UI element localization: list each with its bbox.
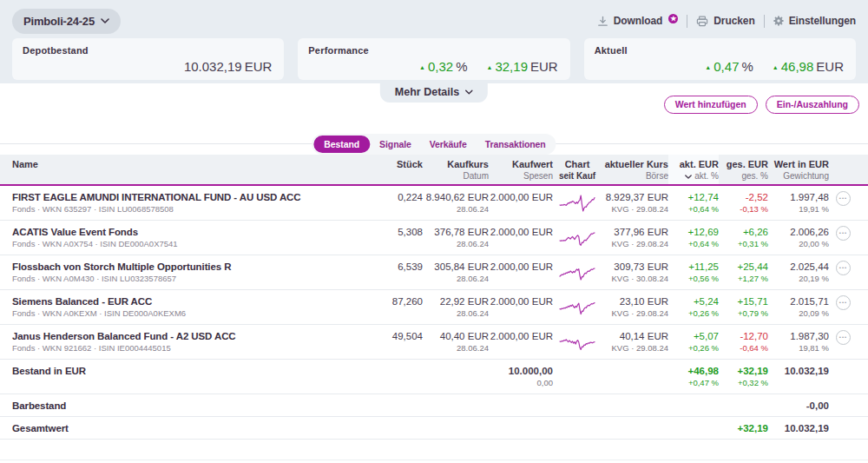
summary-label: Bestand in EUR (12, 366, 382, 376)
value-sub: 20,19 % (768, 274, 829, 283)
column-header-ges[interactable]: ges. EURges. % (719, 155, 768, 184)
portfolio-name: Pimboli-24-25 (23, 15, 95, 28)
instrument-name[interactable]: Siemens Balanced - EUR ACC (12, 296, 382, 307)
kurs-cell: 377,96 EURKVG · 29.08.24 (602, 227, 668, 248)
akt-eur-cell: +12,69+0,64 % (668, 227, 719, 248)
column-header-akt[interactable]: akt. EURakt. % (668, 155, 719, 184)
value-sub: -0,13 % (719, 204, 768, 214)
row-menu-button[interactable]: ••• (836, 330, 851, 345)
instrument-name[interactable]: ACATIS Value Event Fonds (12, 227, 382, 237)
instrument-sub: Fonds · WKN A0KEXM · ISIN DE000A0KEXM6 (12, 308, 382, 318)
kurs-cell: 309,73 EURKVG · 30.08.24 (602, 261, 668, 283)
wert-cell: 10.032,19 (768, 366, 829, 376)
akt-eur-cell: +11,25+0,56 % (668, 261, 719, 283)
value-number: 0,32 (428, 59, 453, 74)
mehr-details-label: Mehr Details (395, 86, 459, 98)
value-main: 2.000,00 EUR (489, 227, 553, 237)
column-title: Stück (382, 159, 423, 169)
summary-card-aktuell: Aktuell▲0,47 %▲46,98 EUR (584, 38, 856, 80)
akt-eur-cell: +5,07+0,26 % (668, 331, 719, 353)
ges-eur-cell: +15,71+0,79 % (719, 296, 768, 318)
tab-transaktionen[interactable]: Transaktionen (477, 136, 555, 153)
tab-bestand[interactable]: Bestand (313, 136, 370, 153)
row-menu-button[interactable]: ••• (836, 261, 851, 275)
wert-cell: -0,00 (768, 400, 829, 411)
kaufwert-cell: 2.000,00 EUR (489, 331, 553, 341)
column-title: Kaufwert (489, 159, 553, 169)
ges-eur-cell: +32,19 (719, 423, 768, 433)
column-subtitle: Gewichtung (768, 171, 829, 181)
header-actions: Download★DruckenEinstellungen (597, 15, 856, 28)
column-header-wert[interactable]: Wert in EURGewichtung (768, 155, 829, 184)
value-main: +32,19 (719, 423, 768, 433)
instrument-name[interactable]: Janus Henderson Balanced Fund - A2 USD A… (12, 331, 382, 341)
column-header-stueck[interactable]: Stück (382, 155, 423, 184)
column-header-kaufkurs[interactable]: KaufkursDatum (423, 155, 489, 184)
kaufwert-cell: 2.000,00 EUR (489, 296, 553, 307)
value-sub: KVG · 29.08.24 (602, 343, 668, 353)
kaufkurs-cell: 8.940,62 EUR28.06.24 (423, 192, 489, 214)
ges-eur-cell: +32,19+0,32 % (719, 366, 768, 387)
sparkline-chart (553, 193, 602, 214)
value-sub: +0,79 % (719, 308, 768, 318)
value-main: 10.000,00 (489, 366, 553, 376)
arrow-up-icon: ▲ (773, 64, 779, 70)
mehr-details-button[interactable]: Mehr Details (380, 83, 488, 103)
value-main: 2.000,00 EUR (489, 192, 553, 202)
button-ein-auszahlung[interactable]: Ein-/Auszahlung (766, 96, 859, 114)
instrument-name[interactable]: Flossbach von Storch Multiple Opportunit… (12, 261, 382, 272)
kurs-cell: 8.929,37 EURKVG · 29.08.24 (602, 192, 668, 214)
column-title: Chart (553, 159, 602, 169)
value-sub: KVG · 29.08.24 (602, 239, 668, 248)
value-sub: 19,91 % (768, 204, 829, 214)
value-main: 40,14 EUR (602, 331, 668, 341)
value-main: 23,10 EUR (602, 296, 668, 307)
actions-separator (764, 15, 765, 28)
kaufwert-cell: 2.000,00 EUR (489, 192, 553, 202)
tab-signale[interactable]: Signale (371, 136, 420, 153)
value-main: 0,224 (382, 192, 423, 202)
column-header-chart[interactable]: Chartseit Kauf (553, 155, 602, 184)
value-main: 40,40 EUR (423, 331, 489, 341)
card-value: 10.032,19 EUR (184, 59, 272, 74)
value-main: +12,74 (668, 192, 719, 202)
chevron-down-icon (101, 18, 109, 23)
button-wert-hinzuf-gen[interactable]: Wert hinzufügen (664, 96, 758, 114)
action-einstellungen[interactable]: Einstellungen (773, 15, 856, 27)
value-unit: % (456, 59, 467, 74)
column-title: Kaufkurs (423, 159, 489, 169)
row-menu-button[interactable]: ••• (836, 295, 851, 310)
value-main: 309,73 EUR (602, 261, 668, 272)
value-group: ▲46,98 EUR (773, 59, 844, 74)
printer-icon (696, 16, 708, 27)
value-main: 376,78 EUR (423, 227, 489, 237)
table-row: FIRST EAGLE AMUNDI INTERNATIONAL FUND - … (0, 186, 868, 221)
row-menu-button[interactable]: ••• (836, 226, 851, 241)
row-menu-button[interactable]: ••• (836, 191, 851, 206)
wert-cell: 1.997,4819,91 % (768, 192, 829, 214)
value-main: 10.032,19 (768, 423, 829, 433)
value-sub: +0,26 % (668, 308, 719, 318)
table-row: Siemens Balanced - EUR ACCFonds · WKN A0… (0, 290, 868, 325)
action-download[interactable]: Download★ (597, 15, 679, 27)
bottom-divider (0, 460, 868, 460)
instrument-name[interactable]: FIRST EAGLE AMUNDI INTERNATIONAL FUND - … (12, 192, 382, 202)
action-label: Download (614, 15, 663, 27)
chevron-down-icon (465, 89, 473, 95)
column-title: ges. EUR (719, 159, 768, 169)
value-main: +15,71 (719, 296, 768, 307)
portfolio-selector[interactable]: Pimboli-24-25 (12, 9, 121, 34)
value-main: +25,44 (719, 261, 768, 272)
column-header-kurs[interactable]: aktueller KursBörse (602, 155, 668, 184)
instrument-sub: Fonds · WKN 921662 · ISIN IE0004445015 (12, 343, 382, 353)
tab-verkäufe[interactable]: Verkäufe (421, 136, 476, 153)
summary-row-barbestand: Barbestand-0,00 (0, 394, 868, 417)
value-main: +12,69 (668, 227, 719, 237)
value-sub: KVG · 29.08.24 (602, 204, 668, 214)
summary-label-cell: Barbestand (0, 400, 382, 411)
kaufkurs-cell: 305,84 EUR28.06.24 (423, 261, 489, 283)
value-main: +46,98 (668, 366, 719, 376)
action-drucken[interactable]: Drucken (696, 15, 754, 27)
stueck-cell: 49,504 (382, 331, 423, 341)
column-header-kaufwert[interactable]: KaufwertSpesen (489, 155, 553, 184)
